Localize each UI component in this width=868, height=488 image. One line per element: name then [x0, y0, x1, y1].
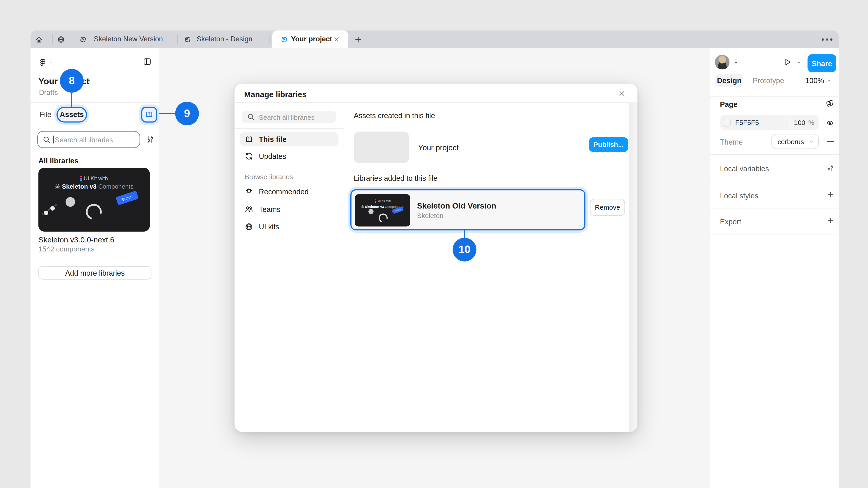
close-icon[interactable]: [618, 90, 626, 97]
theme-value: cerberus: [778, 138, 804, 145]
annotation-badge-9: 9: [175, 102, 199, 125]
close-icon[interactable]: [333, 36, 340, 42]
play-icon[interactable]: [784, 58, 792, 67]
filter-sliders-icon[interactable]: [827, 164, 834, 173]
divider: [235, 102, 638, 103]
project-thumbnail-placeholder: [354, 132, 409, 163]
open-book-icon: [245, 135, 253, 143]
plus-icon[interactable]: [827, 217, 834, 224]
nav-recommended[interactable]: Recommended: [240, 185, 339, 199]
nav-this-file[interactable]: This file: [240, 132, 339, 147]
theme-dropdown[interactable]: cerberus: [772, 134, 819, 149]
figma-file-icon: [184, 36, 192, 43]
globe-icon[interactable]: [57, 36, 65, 43]
new-tab-plus-icon[interactable]: [354, 36, 362, 43]
library-row-name: Skeleton Old Version: [417, 201, 496, 210]
styles-swatch-icon[interactable]: [826, 99, 834, 108]
add-more-libraries-button[interactable]: Add more libraries: [38, 266, 151, 280]
libraries-book-button[interactable]: [141, 107, 157, 123]
thumb-line1: UI Kit with: [355, 198, 410, 204]
annotation-badge-8: 8: [60, 69, 84, 93]
chevron-down-icon[interactable]: [48, 61, 53, 65]
local-styles-row[interactable]: Local styles: [720, 192, 758, 200]
minus-icon[interactable]: [827, 141, 834, 142]
divider: [710, 154, 839, 155]
nav-ui-kits[interactable]: UI kits: [240, 220, 339, 234]
chevron-down-icon[interactable]: [734, 61, 739, 65]
figma-file-icon: [280, 36, 288, 43]
figma-file-icon: [79, 36, 87, 43]
tab-file[interactable]: File: [39, 107, 51, 123]
tab-your-project-active[interactable]: Your project: [272, 31, 348, 48]
browser-tab-bar: Skeleton New Version Skeleton - Design Y…: [31, 31, 839, 48]
zoom-level[interactable]: 100%: [805, 74, 824, 87]
refresh-icon: [245, 152, 253, 161]
thumb-line2: ☠ Skeleton v3 Components: [38, 183, 150, 191]
tab-divider: [270, 35, 270, 44]
plus-icon[interactable]: [827, 191, 834, 198]
modal-search-field[interactable]: [242, 111, 336, 123]
tab-divider: [52, 35, 53, 44]
thumb-slider-decoration: [42, 203, 58, 215]
nav-updates[interactable]: Updates: [240, 149, 339, 163]
export-row[interactable]: Export: [720, 218, 741, 226]
avatar[interactable]: [715, 55, 730, 70]
publish-button[interactable]: Publish...: [589, 137, 628, 152]
home-icon[interactable]: [35, 36, 43, 43]
open-book-icon: [145, 111, 154, 119]
modal-title: Manage libraries: [244, 90, 307, 99]
page-color-field[interactable]: F5F5F5: [720, 115, 789, 130]
page-section-label: Page: [720, 100, 738, 109]
search-icon: [42, 135, 51, 144]
figma-logo-icon: [80, 176, 82, 182]
divider: [710, 96, 839, 97]
chevron-down-icon[interactable]: [826, 78, 831, 83]
chevron-down-icon[interactable]: [796, 61, 802, 65]
figma-app: Skeleton New Version Skeleton - Design Y…: [0, 0, 868, 488]
share-button[interactable]: Share: [808, 54, 837, 72]
overflow-menu-icon[interactable]: [822, 38, 832, 40]
file-location: Drafts: [39, 89, 58, 97]
manage-libraries-modal: Manage libraries This file Updates: [235, 84, 638, 432]
nav-teams[interactable]: Teams: [240, 202, 339, 217]
divider: [235, 168, 344, 168]
local-variables-row[interactable]: Local variables: [720, 164, 769, 173]
library-thumbnail[interactable]: UI Kit with ☠ Skeleton v3 Components But…: [38, 168, 150, 232]
library-row-skeleton-old-version[interactable]: UI Kit with ☠ Skeleton v3 Components But…: [350, 189, 585, 231]
color-chip[interactable]: [723, 119, 731, 127]
library-row-thumbnail: UI Kit with ☠ Skeleton v3 Components But…: [355, 194, 410, 227]
thumb-line1: UI Kit with: [38, 175, 150, 182]
tab-assets[interactable]: Assets: [57, 107, 87, 123]
color-hex[interactable]: F5F5F5: [735, 119, 759, 127]
figma-logo-icon[interactable]: [39, 58, 46, 67]
chevron-down-icon[interactable]: [87, 78, 92, 83]
search-input[interactable]: [54, 133, 135, 147]
annotation-connector-8: [71, 93, 72, 107]
browse-libraries-label: Browse libraries: [245, 173, 293, 181]
opacity-value[interactable]: 100: [794, 119, 805, 127]
divider: [710, 208, 839, 208]
tab-divider: [72, 35, 72, 44]
modal-search-input[interactable]: [258, 111, 333, 123]
library-search-field[interactable]: [37, 131, 140, 148]
thumb-avatar-decoration: [368, 209, 374, 214]
panel-toggle-icon[interactable]: [143, 58, 152, 66]
annotation-badge-10: 10: [453, 238, 476, 262]
eye-icon[interactable]: [826, 119, 835, 127]
page-opacity-field[interactable]: 100 %: [789, 115, 819, 130]
lightbulb-icon: [245, 188, 253, 196]
tab-design[interactable]: Design: [715, 74, 743, 87]
search-icon: [247, 113, 255, 121]
assets-heading: Assets created in this file: [354, 111, 435, 120]
section-all-libraries: All libraries: [38, 157, 79, 165]
divider: [344, 102, 344, 432]
tab-prototype[interactable]: Prototype: [753, 74, 784, 87]
remove-button[interactable]: Remove: [590, 199, 625, 216]
modal-scrollbar-gutter[interactable]: [629, 102, 638, 432]
filter-sliders-icon[interactable]: [147, 135, 154, 144]
page-color-row: F5F5F5 100 %: [720, 115, 819, 130]
globe-icon: [245, 223, 253, 231]
project-name: Your project: [418, 143, 459, 152]
thumb-spinner-decoration: [377, 212, 390, 224]
right-sidebar: Share Design Prototype 100% Page F5F5F5 …: [710, 48, 839, 488]
